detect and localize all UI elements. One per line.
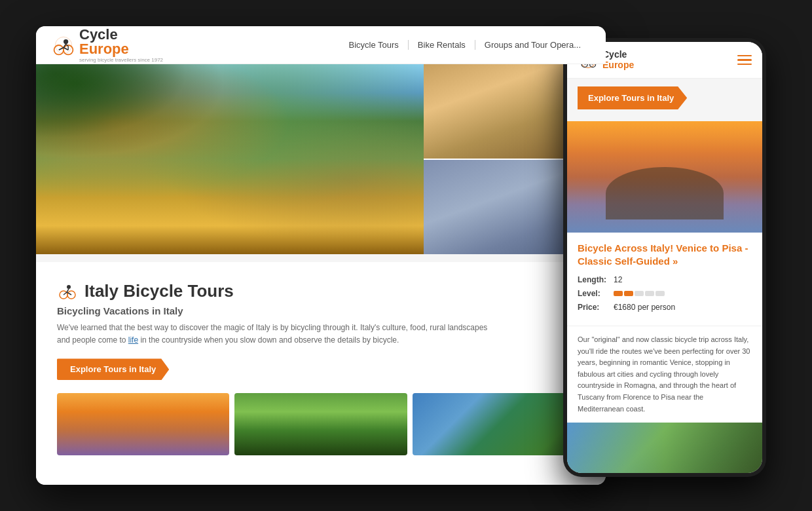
svg-point-2 — [64, 39, 68, 44]
mobile-logo-cycle: Cycle — [602, 50, 634, 60]
desktop-device: Cycle Europe serving bicycle travellers … — [36, 26, 606, 485]
italy-title-row: Italy Bicycle Tours — [57, 280, 585, 301]
svg-point-6 — [67, 285, 71, 289]
hero-area — [36, 64, 606, 254]
price-value: €1680 per person — [614, 303, 675, 312]
nav-bike-rentals[interactable]: Bike Rentals — [409, 40, 475, 50]
level-dot-2 — [624, 291, 633, 296]
logo-text-group: Cycle Europe serving bicycle travellers … — [79, 28, 163, 63]
cyclists-thumbnail[interactable] — [234, 393, 407, 455]
italy-bicycle-icon — [57, 280, 78, 301]
hero-main-image — [36, 64, 424, 254]
mobile-venice-tour-image — [567, 121, 762, 233]
hero-tuscany-image — [36, 64, 424, 254]
nav-bicycle-tours[interactable]: Bicycle Tours — [339, 40, 408, 50]
mobile-logo-text-group: Cycle Europe — [602, 50, 634, 70]
group-thumbnail[interactable] — [413, 393, 585, 455]
logo-cycling-icon — [52, 33, 75, 57]
price-label: Price: — [578, 303, 614, 312]
logo-tagline: serving bicycle travellers since 1972 — [79, 58, 163, 63]
mobile-device: Cycle Europe Explore Tours in Italy Bicy… — [563, 38, 766, 477]
level-indicator — [614, 291, 665, 296]
hamburger-menu-btn[interactable] — [737, 55, 752, 66]
desktop-nav-links: Bicycle Tours Bike Rentals Groups and To… — [339, 40, 590, 50]
italy-subtitle: Bicycling Vacations in Italy — [57, 305, 585, 316]
nav-groups-tour-opera[interactable]: Groups and Tour Opera... — [475, 40, 590, 50]
length-label: Length: — [578, 275, 614, 284]
life-link[interactable]: life — [128, 335, 138, 345]
italy-description: We've learned that the best way to disco… — [57, 322, 502, 347]
tour-price-row: Price: €1680 per person — [578, 303, 752, 312]
mobile-explore-badge[interactable]: Explore Tours in Italy — [578, 86, 687, 109]
level-dot-1 — [614, 291, 623, 296]
desktop-screen: Cycle Europe serving bicycle travellers … — [36, 26, 606, 485]
venice-island-silhouette — [606, 167, 724, 219]
hamburger-line-3 — [737, 64, 752, 66]
tour-level-row: Level: — [578, 289, 752, 298]
length-value: 12 — [614, 275, 622, 284]
mobile-tour-title[interactable]: Bicycle Across Italy! Venice to Pisa - C… — [578, 242, 752, 267]
mobile-content[interactable]: Explore Tours in Italy Bicycle Across It… — [567, 79, 762, 473]
desktop-content-area: Italy Bicycle Tours Bicycling Vacations … — [36, 262, 606, 485]
mobile-tour-info: Bicycle Across Italy! Venice to Pisa - C… — [567, 233, 762, 326]
mobile-tour-description: Our "original" and now classic bicycle t… — [567, 326, 762, 415]
level-label: Level: — [578, 289, 614, 298]
tour-thumbnails — [57, 393, 585, 455]
mobile-cyclists-image — [567, 423, 762, 473]
logo-europe-text: Europe — [79, 42, 163, 56]
desktop-logo[interactable]: Cycle Europe serving bicycle travellers … — [52, 28, 163, 63]
desktop-navbar: Cycle Europe serving bicycle travellers … — [36, 26, 606, 64]
gray-strip — [36, 254, 606, 262]
level-dot-3 — [635, 291, 644, 296]
logo-cycle-text: Cycle — [79, 28, 163, 42]
hamburger-line-1 — [737, 55, 752, 57]
mobile-screen: Cycle Europe Explore Tours in Italy Bicy… — [567, 42, 762, 473]
level-dot-5 — [655, 291, 665, 296]
tour-length-row: Length: 12 — [578, 275, 752, 284]
mobile-logo-europe: Europe — [602, 60, 634, 70]
explore-tours-btn[interactable]: Explore Tours in Italy — [57, 358, 169, 380]
italy-page-title: Italy Bicycle Tours — [84, 281, 234, 301]
venice-thumbnail[interactable] — [57, 393, 229, 455]
hamburger-line-2 — [737, 59, 752, 61]
level-dot-4 — [645, 291, 654, 296]
